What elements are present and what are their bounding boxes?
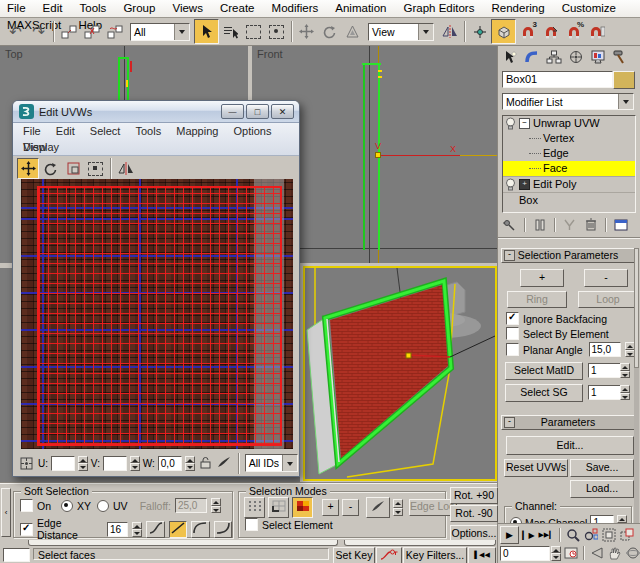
selection-parameters-rollout-header[interactable]: - Selection Parameters — [501, 248, 635, 263]
ignore-backfacing-checkbox[interactable] — [506, 312, 519, 325]
edge-distance-input[interactable]: 16 — [107, 522, 128, 537]
save-uvws-button[interactable]: Save... — [570, 459, 634, 477]
paint-brush-size-spinner[interactable] — [393, 499, 403, 516]
falloff-input[interactable]: 25,0 — [175, 498, 207, 513]
stack-row-unwrap-uvw[interactable]: − Unwrap UVW — [503, 116, 635, 131]
uv-freeform-mode-button[interactable] — [85, 159, 105, 178]
falloff-spinner[interactable] — [211, 498, 221, 513]
uv-move-button[interactable] — [17, 158, 39, 179]
xy-radio[interactable] — [61, 500, 73, 512]
w-spinner[interactable] — [185, 456, 195, 471]
shrink-selection-button[interactable]: - — [342, 499, 359, 516]
parameters-rollout-header[interactable]: - Parameters — [501, 415, 635, 430]
loop-button[interactable]: Loop — [578, 291, 638, 308]
menu-create[interactable]: Create — [213, 0, 262, 17]
go-to-end-button[interactable]: ▶▶▎ — [538, 527, 555, 543]
uvws-menu-edit[interactable]: Edit — [50, 123, 81, 139]
vertex-mode-button[interactable] — [244, 497, 265, 518]
sg-spinner[interactable] — [620, 385, 630, 400]
menu-graph-editors[interactable]: Graph Editors — [396, 0, 481, 17]
falloff-curve-smooth-button[interactable] — [146, 521, 164, 538]
object-color-swatch[interactable] — [613, 71, 635, 89]
zoom-extents-all-button[interactable] — [618, 527, 635, 543]
angle-snap-button[interactable] — [539, 20, 562, 43]
stack-row-edit-poly[interactable]: + Edit Poly — [503, 176, 635, 192]
snaps-toggle-button[interactable] — [491, 19, 516, 44]
next-frame-button[interactable]: ▎▶ — [520, 527, 537, 543]
edge-distance-checkbox[interactable] — [20, 523, 33, 536]
matid-spinner[interactable] — [620, 363, 630, 378]
reference-coordinate-dropdown[interactable]: View — [368, 23, 434, 41]
grow-uv-selection-button[interactable]: + — [520, 269, 564, 287]
menu-tools[interactable]: Tools — [72, 0, 113, 17]
set-key-button[interactable]: Set Key — [333, 547, 375, 563]
select-by-element-checkbox[interactable] — [506, 327, 519, 340]
redo-button[interactable]: ↷ — [27, 20, 50, 43]
planar-angle-input[interactable]: 15,0 — [589, 342, 621, 357]
soft-selection-on-checkbox[interactable] — [20, 499, 33, 512]
rectangular-selection-region-button[interactable] — [242, 20, 265, 43]
window-crossing-toggle-button[interactable] — [265, 20, 288, 43]
menu-customize[interactable]: Customize — [555, 0, 623, 17]
minimize-button[interactable]: — — [221, 104, 244, 119]
tab-create[interactable] — [499, 48, 520, 66]
load-uvws-button[interactable]: Load... — [570, 480, 634, 498]
menu-modifiers[interactable]: Modifiers — [265, 0, 326, 17]
menu-file[interactable]: File — [0, 0, 33, 17]
frame-spinner[interactable] — [551, 546, 561, 561]
reset-uvws-button[interactable]: Reset UVWs — [504, 459, 568, 477]
w-input[interactable]: 0,0 — [158, 456, 182, 471]
play-button[interactable]: ▶ — [500, 526, 519, 544]
stack-row-box[interactable]: Box — [503, 192, 635, 208]
select-object-button[interactable] — [194, 19, 219, 44]
edge-mode-button[interactable] — [268, 497, 289, 518]
command-panel-scrollbar[interactable] — [634, 248, 639, 523]
falloff-curve-linear-button[interactable] — [169, 521, 187, 538]
time-configuration-button[interactable] — [562, 545, 579, 561]
v-input[interactable] — [103, 456, 127, 471]
show-end-result-button[interactable] — [530, 216, 549, 233]
v-spinner[interactable] — [130, 456, 140, 471]
selection-filter-dropdown[interactable]: All — [130, 23, 190, 41]
make-unique-button[interactable] — [560, 216, 579, 233]
grow-selection-button[interactable]: + — [322, 499, 339, 516]
paint-weights-button[interactable] — [216, 455, 232, 471]
menu-animation[interactable]: Animation — [328, 0, 393, 17]
menu-edit[interactable]: Edit — [36, 0, 70, 17]
perspective-viewport[interactable] — [303, 266, 497, 481]
zoom-button[interactable] — [564, 527, 581, 543]
tab-modify[interactable] — [521, 48, 542, 66]
spinner-snap-button[interactable] — [585, 20, 608, 43]
select-and-scale-button[interactable] — [341, 20, 364, 43]
current-frame-field[interactable]: 0 — [500, 546, 550, 561]
uvws-menu-mapping[interactable]: Mapping — [170, 123, 224, 139]
select-element-checkbox[interactable] — [245, 518, 258, 531]
lock-selected-vertices-button[interactable] — [200, 456, 211, 471]
matid-input[interactable]: 1 — [588, 363, 622, 378]
stack-row-face-selected[interactable]: Face — [503, 161, 635, 176]
falloff-curve-slow-button[interactable] — [214, 521, 232, 538]
modifier-list-dropdown[interactable]: Modifier List — [502, 93, 634, 110]
maximize-button[interactable]: □ — [246, 104, 269, 119]
unlink-selection-button[interactable] — [80, 20, 103, 43]
shrink-uv-selection-button[interactable]: - — [584, 269, 628, 287]
menu-views[interactable]: Views — [165, 0, 209, 17]
pan-button[interactable] — [606, 545, 623, 561]
select-sg-button[interactable]: Select SG — [505, 384, 583, 402]
rotate-minus-90-button[interactable]: Rot. -90 — [450, 505, 498, 522]
tab-motion[interactable] — [565, 48, 586, 66]
uv-radio[interactable] — [97, 500, 109, 512]
uvws-menu-options[interactable]: Options — [227, 123, 277, 139]
edge-distance-spinner[interactable] — [132, 522, 142, 537]
rotate-plus-90-button[interactable]: Rot. +90 — [450, 487, 498, 504]
sg-input[interactable]: 1 — [588, 385, 622, 400]
menu-group[interactable]: Group — [116, 0, 162, 17]
mirror-button[interactable] — [438, 20, 461, 43]
tab-display[interactable] — [587, 48, 608, 66]
snap-toggle-3-button[interactable]: 3 — [516, 20, 539, 43]
falloff-curve-fast-button[interactable] — [191, 521, 209, 538]
panel-scroll-left-button[interactable]: ‹ — [1, 488, 11, 537]
select-and-link-button[interactable] — [57, 20, 80, 43]
ring-button[interactable]: Ring — [507, 291, 567, 308]
select-and-manipulate-button[interactable] — [468, 20, 491, 43]
